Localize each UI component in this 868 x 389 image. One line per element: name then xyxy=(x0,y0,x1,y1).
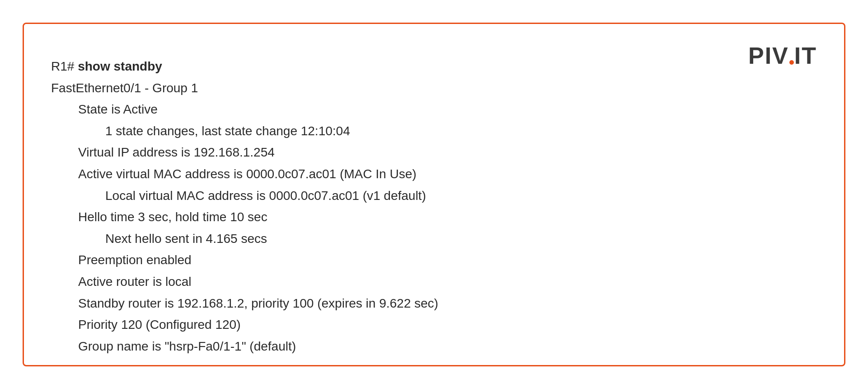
terminal-line-10: Standby router is 192.168.1.2, priority … xyxy=(78,296,438,310)
command-line: R1# show standby xyxy=(51,56,817,77)
line-8: Preemption enabled xyxy=(51,249,817,271)
terminal-line-4: Active virtual MAC address is 0000.0c07.… xyxy=(78,167,417,181)
terminal-line-6: Hello time 3 sec, hold time 10 sec xyxy=(78,210,267,224)
line-2: 1 state changes, last state change 12:10… xyxy=(51,120,817,142)
logo-part2: IT xyxy=(794,43,817,69)
terminal-line-1: State is Active xyxy=(78,102,158,116)
prompt: R1# xyxy=(51,59,74,73)
logo-dot-icon xyxy=(789,60,794,65)
terminal-line-7: Next hello sent in 4.165 secs xyxy=(105,232,267,246)
line-5: Local virtual MAC address is 0000.0c07.a… xyxy=(51,185,817,207)
line-12: Group name is "hsrp-Fa0/1-1" (default) xyxy=(51,336,817,357)
terminal-line-0: FastEthernet0/1 - Group 1 xyxy=(51,81,198,95)
terminal-line-12: Group name is "hsrp-Fa0/1-1" (default) xyxy=(78,339,296,353)
line-1: State is Active xyxy=(51,99,817,120)
line-6: Hello time 3 sec, hold time 10 sec xyxy=(51,206,817,228)
line-9: Active router is local xyxy=(51,271,817,293)
logo-part1: PIV xyxy=(748,43,789,69)
line-4: Active virtual MAC address is 0000.0c07.… xyxy=(51,163,817,185)
terminal-line-5: Local virtual MAC address is 0000.0c07.a… xyxy=(105,189,426,203)
main-card: PIVIT R1# show standby FastEthernet0/1 -… xyxy=(23,23,845,366)
line-3: Virtual IP address is 192.168.1.254 xyxy=(51,142,817,163)
terminal-line-8: Preemption enabled xyxy=(78,253,192,267)
terminal-output: R1# show standby FastEthernet0/1 - Group… xyxy=(51,56,817,357)
line-0: FastEthernet0/1 - Group 1 xyxy=(51,77,817,99)
logo-text: PIVIT xyxy=(748,42,817,69)
terminal-line-9: Active router is local xyxy=(78,275,192,289)
terminal-line-3: Virtual IP address is 192.168.1.254 xyxy=(78,145,275,159)
logo-dot-container xyxy=(789,43,794,69)
line-7: Next hello sent in 4.165 secs xyxy=(51,228,817,250)
logo: PIVIT xyxy=(748,42,817,69)
line-10: Standby router is 192.168.1.2, priority … xyxy=(51,293,817,314)
line-11: Priority 120 (Configured 120) xyxy=(51,314,817,336)
terminal-line-2: 1 state changes, last state change 12:10… xyxy=(105,124,350,138)
terminal-line-11: Priority 120 (Configured 120) xyxy=(78,318,241,332)
command: show standby xyxy=(78,59,162,73)
